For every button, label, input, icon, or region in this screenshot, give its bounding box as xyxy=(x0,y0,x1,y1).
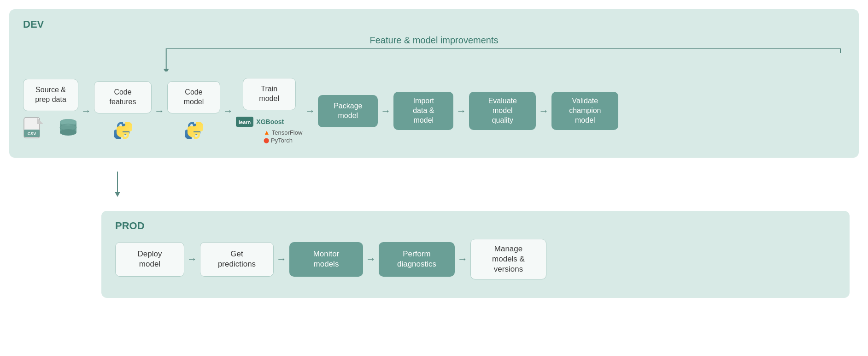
dev-flow-nodes: Source &prep data CSV xyxy=(23,78,845,144)
prod-flow-nodes: Deploymodel → Getpredictions → Monitormo… xyxy=(115,239,836,279)
node-source: Source &prep data xyxy=(23,79,78,111)
icon-csv-wrapper: CSV xyxy=(23,117,44,143)
arrow-2: → xyxy=(154,105,164,117)
xgboost-label: XGBoost xyxy=(256,118,284,125)
pytorch-circle-icon: ⬤ xyxy=(264,137,269,143)
icon-db-wrapper xyxy=(58,118,78,143)
node-monitor-label: Monitormodels xyxy=(313,249,340,269)
node-deploy-model: Deploymodel xyxy=(115,242,184,277)
node-evaluate-model: Evaluatemodelquality xyxy=(469,92,536,130)
dev-node-col-train: Trainmodel learn XGBoost ▲ TensorFlow xyxy=(236,78,302,144)
pytorch-label: PyTorch xyxy=(271,137,293,144)
node-validate-label: Validatechampionmodel xyxy=(569,96,601,125)
node-code-features-label: Codefeatures xyxy=(110,88,136,107)
prod-outer: PROD Deploymodel → Getpredictions → Moni… xyxy=(101,211,850,298)
prod-label: PROD xyxy=(115,220,836,232)
dev-section: DEV Feature & model improvements Source … xyxy=(9,9,859,158)
dev-node-col-code-features: Codefeatures xyxy=(94,81,152,141)
node-import-label: Importdata &model xyxy=(413,96,434,125)
svg-marker-5 xyxy=(37,118,43,124)
arrow-7: → xyxy=(539,105,549,117)
node-evaluate-label: Evaluatemodelquality xyxy=(488,96,517,125)
connector-svg xyxy=(111,172,124,197)
tensorflow-label: TensorFlow xyxy=(272,129,302,136)
arrow-3: → xyxy=(223,105,233,117)
node-manage-models: Managemodels &versions xyxy=(470,239,546,279)
dev-node-col-code-model: Codemodel xyxy=(167,81,220,141)
python-icon-1 xyxy=(112,120,134,141)
arc-arrow-svg xyxy=(23,48,845,71)
source-icons: CSV xyxy=(23,117,78,143)
node-monitor-models: Monitormodels xyxy=(289,242,363,277)
csv-icon: CSV xyxy=(23,117,44,142)
node-code-features: Codefeatures xyxy=(94,81,152,113)
node-code-model: Codemodel xyxy=(167,81,220,113)
node-source-label: Source &prep data xyxy=(35,85,66,105)
svg-marker-14 xyxy=(115,192,120,197)
node-validate-champion: Validatechampionmodel xyxy=(551,92,618,130)
feature-improvement-container: Feature & model improvements xyxy=(23,35,845,73)
node-perform-diagnostics: Performdiagnostics xyxy=(379,242,455,277)
node-import-data: Importdata &model xyxy=(393,92,453,130)
node-code-model-label: Codemodel xyxy=(184,88,204,107)
svg-point-11 xyxy=(60,119,76,125)
node-train-label: Trainmodel xyxy=(259,84,279,104)
feature-improvement-label: Feature & model improvements xyxy=(23,35,845,46)
node-get-predictions: Getpredictions xyxy=(200,242,274,277)
arrow-5: → xyxy=(381,105,391,117)
node-deploy-label: Deploymodel xyxy=(138,249,162,269)
python-icon-2 xyxy=(183,120,205,141)
arrow-6: → xyxy=(456,105,466,117)
svg-point-10 xyxy=(60,129,76,136)
prod-arrow-2: → xyxy=(276,253,287,265)
prod-arrow-1: → xyxy=(187,253,197,265)
db-icon xyxy=(58,118,78,142)
node-manage-label: Managemodels &versions xyxy=(492,244,525,274)
svg-text:CSV: CSV xyxy=(28,131,36,136)
node-perform-label: Performdiagnostics xyxy=(397,249,436,269)
dev-label: DEV xyxy=(23,18,845,30)
sklearn-label: learn xyxy=(239,119,251,125)
main-wrapper: DEV Feature & model improvements Source … xyxy=(9,9,859,298)
tensorflow-icon: ▲ xyxy=(264,129,270,136)
node-get-predictions-label: Getpredictions xyxy=(218,249,256,269)
svg-marker-3 xyxy=(164,69,169,71)
node-train-model: Trainmodel xyxy=(243,78,296,110)
prod-arrow-3: → xyxy=(366,253,376,265)
dev-node-col-source: Source &prep data CSV xyxy=(23,79,78,143)
connector-wrapper xyxy=(111,172,859,197)
arrow-4: → xyxy=(305,105,315,117)
arrow-1: → xyxy=(81,105,91,117)
prod-arrow-4: → xyxy=(457,253,468,265)
prod-section: PROD Deploymodel → Getpredictions → Moni… xyxy=(101,211,850,298)
node-package-label: Packagemodel xyxy=(334,101,362,121)
node-package-model: Packagemodel xyxy=(318,95,378,127)
